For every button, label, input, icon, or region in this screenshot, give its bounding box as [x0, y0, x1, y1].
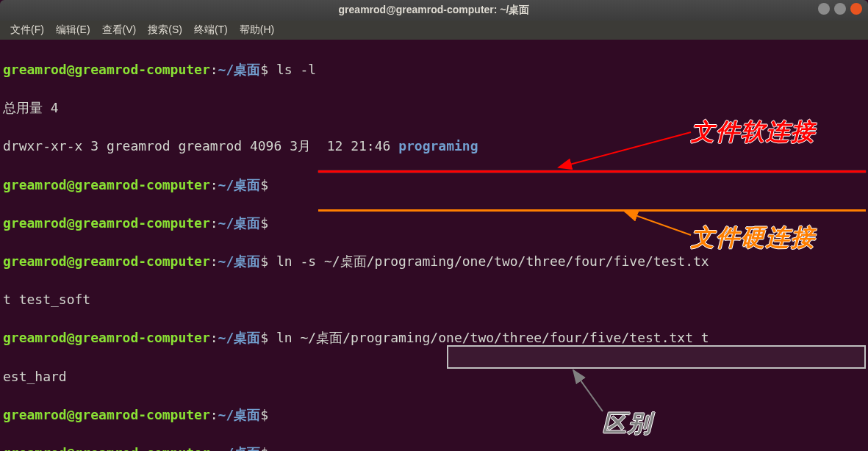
- annotation-hard-link-label: 文件硬连接: [691, 222, 816, 254]
- minimize-icon[interactable]: [818, 3, 830, 15]
- annotation-soft-link-label: 文件软连接: [691, 116, 816, 148]
- menubar: 文件(F) 编辑(E) 查看(V) 搜索(S) 终端(T) 帮助(H): [0, 21, 868, 40]
- terminal-line: est_hard: [3, 367, 865, 386]
- annotation-difference-label: 区别: [603, 408, 653, 440]
- command-ls: ls -l: [268, 62, 316, 77]
- menu-terminal[interactable]: 终端(T): [190, 22, 232, 38]
- terminal-line: 总用量 4: [3, 98, 865, 118]
- prompt-user: greamrod@greamrod-computer: [3, 62, 210, 77]
- annotation-highlight-box: [447, 345, 866, 369]
- menu-help[interactable]: 帮助(H): [235, 22, 279, 38]
- menu-view[interactable]: 查看(V): [98, 22, 141, 38]
- terminal-line: greamrod@greamrod-computer:~/桌面$: [3, 444, 865, 451]
- menu-search[interactable]: 搜索(S): [143, 22, 187, 38]
- command-ln-hard: ln ~/桌面/programing/one/two/three/four/fi…: [268, 330, 709, 345]
- terminal-line: greamrod@greamrod-computer:~/桌面$ ls -l: [3, 60, 865, 79]
- annotation-underline-red: [318, 170, 866, 173]
- close-icon[interactable]: [850, 3, 862, 15]
- window-titlebar: greamrod@greamrod-computer: ~/桌面: [0, 0, 868, 21]
- dir-name: programing: [398, 138, 478, 154]
- terminal-line: greamrod@greamrod-computer:~/桌面$: [3, 405, 865, 425]
- window-title: greamrod@greamrod-computer: ~/桌面: [339, 4, 530, 17]
- annotation-underline-orange: [318, 209, 866, 212]
- terminal-line: t test_soft: [3, 290, 865, 309]
- menu-edit[interactable]: 编辑(E): [51, 22, 95, 38]
- window-controls: [818, 3, 862, 15]
- terminal-line: greamrod@greamrod-computer:~/桌面$: [3, 176, 865, 195]
- menu-file[interactable]: 文件(F): [6, 22, 49, 38]
- maximize-icon[interactable]: [834, 3, 846, 15]
- command-ln-soft: ln -s ~/桌面/programing/one/two/three/four…: [268, 253, 709, 269]
- terminal-line: greamrod@greamrod-computer:~/桌面$ ln -s ~…: [3, 252, 865, 271]
